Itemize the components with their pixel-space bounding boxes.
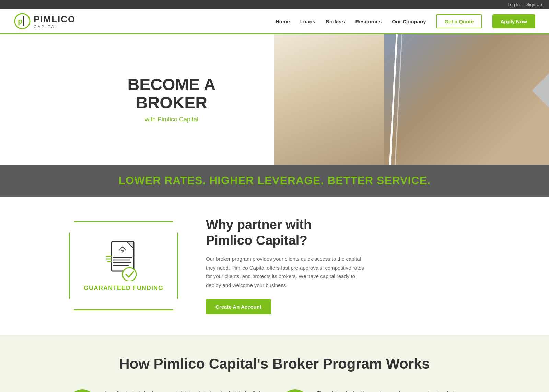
nav-loans[interactable]: Loans bbox=[300, 19, 315, 24]
guaranteed-label: GUARANTEED FUNDING bbox=[84, 285, 163, 292]
nav-our-company[interactable]: Our Company bbox=[392, 19, 426, 24]
nav-brokers[interactable]: Brokers bbox=[326, 19, 345, 24]
hero-images bbox=[274, 34, 549, 165]
hero-subtext: with Pimlico Capital bbox=[82, 116, 261, 123]
how-heading: How Pimlico Capital's Broker Program Wor… bbox=[69, 356, 480, 372]
get-quote-button[interactable]: Get a Quote bbox=[436, 14, 482, 28]
how-item-2: Through hundreds of transactions, we hav… bbox=[281, 389, 480, 392]
nav-home[interactable]: Home bbox=[276, 19, 290, 24]
create-account-button[interactable]: Create An Account bbox=[206, 299, 271, 314]
why-body: Our broker program provides your clients… bbox=[206, 254, 371, 289]
how-item-icon-2 bbox=[281, 389, 309, 392]
how-item-1: $ As a direct private lender, we are in … bbox=[69, 389, 268, 392]
logo-text: PIMLICO CAPITAL bbox=[34, 14, 75, 29]
logo-name-sub: CAPITAL bbox=[34, 25, 75, 29]
guaranteed-funding-icon-wrap: $ GUARANTEED FUNDING bbox=[69, 221, 178, 310]
top-bar: Log In | Sign Up bbox=[0, 0, 549, 9]
nav-resources[interactable]: Resources bbox=[355, 19, 382, 24]
why-heading: Why partner with Pimlico Capital? bbox=[206, 217, 371, 248]
site-header: p PIMLICO CAPITAL Home Loans Brokers Res… bbox=[0, 9, 549, 34]
how-section: How Pimlico Capital's Broker Program Wor… bbox=[0, 335, 549, 392]
main-nav: Home Loans Brokers Resources Our Company… bbox=[276, 14, 535, 28]
svg-text:$: $ bbox=[122, 249, 124, 253]
how-item-text-2: Through hundreds of transactions, we hav… bbox=[317, 389, 461, 392]
why-section: $ GUARANTEED FUNDING Why partner with Pi… bbox=[0, 197, 549, 335]
promo-banner: LOWER RATES. HIGHER LEVERAGE. BETTER SER… bbox=[0, 165, 549, 197]
why-content: Why partner with Pimlico Capital? Our br… bbox=[206, 217, 371, 314]
how-item-text-1: As a direct private lender, we are in to… bbox=[104, 389, 268, 392]
svg-rect-5 bbox=[121, 250, 124, 253]
svg-rect-3 bbox=[112, 242, 134, 271]
svg-marker-4 bbox=[119, 247, 126, 253]
how-item-icon-1: $ bbox=[69, 389, 96, 392]
separator: | bbox=[523, 2, 524, 7]
hero-headline: BECOME A BROKER bbox=[82, 76, 261, 112]
how-grid: $ As a direct private lender, we are in … bbox=[69, 389, 480, 392]
svg-text:p: p bbox=[18, 17, 22, 25]
svg-point-14 bbox=[122, 268, 136, 281]
logo-name-main: PIMLICO bbox=[34, 14, 75, 25]
logo-icon: p bbox=[14, 13, 31, 30]
banner-text: LOWER RATES. HIGHER LEVERAGE. BETTER SER… bbox=[7, 174, 542, 187]
hero-text: BECOME A BROKER with Pimlico Capital bbox=[0, 34, 274, 165]
login-link[interactable]: Log In bbox=[507, 2, 520, 7]
hero-section: BECOME A BROKER with Pimlico Capital bbox=[0, 34, 549, 165]
signup-link[interactable]: Sign Up bbox=[526, 2, 542, 7]
logo[interactable]: p PIMLICO CAPITAL bbox=[14, 13, 75, 30]
apply-now-button[interactable]: Apply Now bbox=[492, 14, 536, 28]
document-icon: $ bbox=[105, 240, 142, 281]
